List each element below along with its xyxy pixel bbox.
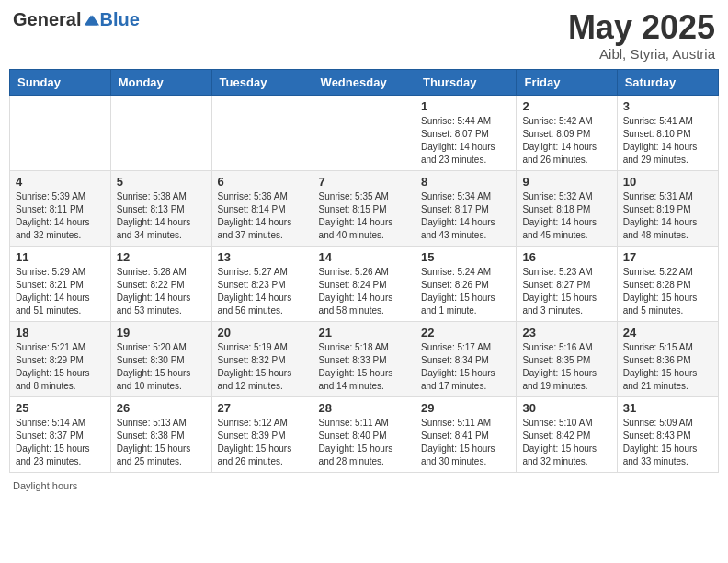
logo-general-text: General bbox=[13, 9, 81, 30]
day-info: Sunrise: 5:32 AM Sunset: 8:18 PM Dayligh… bbox=[522, 190, 610, 242]
table-row: 1Sunrise: 5:44 AM Sunset: 8:07 PM Daylig… bbox=[415, 95, 517, 170]
day-number: 5 bbox=[117, 175, 206, 189]
table-row: 5Sunrise: 5:38 AM Sunset: 8:13 PM Daylig… bbox=[110, 170, 211, 246]
day-number: 20 bbox=[218, 326, 307, 339]
calendar-week-row: 25Sunrise: 5:14 AM Sunset: 8:37 PM Dayli… bbox=[10, 396, 719, 472]
day-number: 13 bbox=[218, 250, 307, 264]
day-number: 29 bbox=[421, 401, 510, 415]
day-info: Sunrise: 5:42 AM Sunset: 8:09 PM Dayligh… bbox=[522, 115, 610, 167]
day-info: Sunrise: 5:27 AM Sunset: 8:23 PM Dayligh… bbox=[218, 266, 307, 317]
calendar-table: SundayMondayTuesdayWednesdayThursdayFrid… bbox=[9, 69, 719, 473]
table-row: 27Sunrise: 5:12 AM Sunset: 8:39 PM Dayli… bbox=[211, 396, 313, 472]
calendar-header-saturday: Saturday bbox=[617, 69, 718, 95]
table-row: 18Sunrise: 5:21 AM Sunset: 8:29 PM Dayli… bbox=[10, 321, 111, 396]
day-number: 10 bbox=[623, 175, 712, 189]
table-row: 15Sunrise: 5:24 AM Sunset: 8:26 PM Dayli… bbox=[415, 246, 517, 321]
day-number: 22 bbox=[421, 326, 510, 339]
table-row bbox=[211, 95, 313, 170]
table-row: 13Sunrise: 5:27 AM Sunset: 8:23 PM Dayli… bbox=[211, 246, 313, 321]
table-row: 22Sunrise: 5:17 AM Sunset: 8:34 PM Dayli… bbox=[415, 321, 517, 396]
table-row: 4Sunrise: 5:39 AM Sunset: 8:11 PM Daylig… bbox=[10, 170, 111, 246]
table-row: 28Sunrise: 5:11 AM Sunset: 8:40 PM Dayli… bbox=[313, 396, 415, 472]
table-row: 2Sunrise: 5:42 AM Sunset: 8:09 PM Daylig… bbox=[517, 95, 617, 170]
day-info: Sunrise: 5:19 AM Sunset: 8:32 PM Dayligh… bbox=[218, 341, 307, 393]
calendar-header-friday: Friday bbox=[517, 69, 617, 95]
day-info: Sunrise: 5:10 AM Sunset: 8:42 PM Dayligh… bbox=[522, 417, 610, 468]
day-info: Sunrise: 5:21 AM Sunset: 8:29 PM Dayligh… bbox=[16, 341, 105, 393]
table-row: 19Sunrise: 5:20 AM Sunset: 8:30 PM Dayli… bbox=[110, 321, 211, 396]
day-number: 21 bbox=[319, 326, 409, 339]
table-row: 10Sunrise: 5:31 AM Sunset: 8:19 PM Dayli… bbox=[617, 170, 718, 246]
calendar-week-row: 11Sunrise: 5:29 AM Sunset: 8:21 PM Dayli… bbox=[10, 246, 719, 321]
daylight-hours-label: Daylight hours bbox=[13, 480, 77, 491]
location-text: Aibl, Styria, Austria bbox=[568, 46, 715, 62]
day-info: Sunrise: 5:24 AM Sunset: 8:26 PM Dayligh… bbox=[421, 266, 510, 317]
table-row: 8Sunrise: 5:34 AM Sunset: 8:17 PM Daylig… bbox=[415, 170, 517, 246]
day-number: 31 bbox=[623, 401, 712, 415]
table-row: 3Sunrise: 5:41 AM Sunset: 8:10 PM Daylig… bbox=[617, 95, 718, 170]
table-row: 26Sunrise: 5:13 AM Sunset: 8:38 PM Dayli… bbox=[110, 396, 211, 472]
table-row bbox=[313, 95, 415, 170]
table-row: 11Sunrise: 5:29 AM Sunset: 8:21 PM Dayli… bbox=[10, 246, 111, 321]
day-number: 4 bbox=[16, 175, 105, 189]
calendar-header-wednesday: Wednesday bbox=[313, 69, 415, 95]
day-info: Sunrise: 5:20 AM Sunset: 8:30 PM Dayligh… bbox=[117, 341, 206, 393]
day-info: Sunrise: 5:09 AM Sunset: 8:43 PM Dayligh… bbox=[623, 417, 712, 468]
calendar-week-row: 18Sunrise: 5:21 AM Sunset: 8:29 PM Dayli… bbox=[10, 321, 719, 396]
table-row: 12Sunrise: 5:28 AM Sunset: 8:22 PM Dayli… bbox=[110, 246, 211, 321]
footer: Daylight hours bbox=[9, 480, 719, 491]
day-info: Sunrise: 5:38 AM Sunset: 8:13 PM Dayligh… bbox=[117, 190, 206, 242]
calendar-header-row: SundayMondayTuesdayWednesdayThursdayFrid… bbox=[10, 69, 719, 95]
table-row: 20Sunrise: 5:19 AM Sunset: 8:32 PM Dayli… bbox=[211, 321, 313, 396]
logo-icon bbox=[83, 12, 99, 29]
day-info: Sunrise: 5:16 AM Sunset: 8:35 PM Dayligh… bbox=[522, 341, 610, 393]
table-row: 30Sunrise: 5:10 AM Sunset: 8:42 PM Dayli… bbox=[517, 396, 617, 472]
day-info: Sunrise: 5:26 AM Sunset: 8:24 PM Dayligh… bbox=[319, 266, 409, 317]
day-number: 18 bbox=[16, 326, 105, 339]
day-number: 2 bbox=[522, 99, 610, 113]
table-row bbox=[110, 95, 211, 170]
day-info: Sunrise: 5:11 AM Sunset: 8:40 PM Dayligh… bbox=[319, 417, 409, 468]
table-row: 25Sunrise: 5:14 AM Sunset: 8:37 PM Dayli… bbox=[10, 396, 111, 472]
month-title: May 2025 bbox=[568, 9, 715, 46]
day-number: 8 bbox=[421, 175, 510, 189]
day-info: Sunrise: 5:34 AM Sunset: 8:17 PM Dayligh… bbox=[421, 190, 510, 242]
day-number: 23 bbox=[522, 326, 610, 339]
day-number: 27 bbox=[218, 401, 307, 415]
day-number: 24 bbox=[623, 326, 712, 339]
day-number: 1 bbox=[421, 99, 510, 113]
day-info: Sunrise: 5:18 AM Sunset: 8:33 PM Dayligh… bbox=[319, 341, 409, 393]
day-info: Sunrise: 5:36 AM Sunset: 8:14 PM Dayligh… bbox=[218, 190, 307, 242]
day-info: Sunrise: 5:17 AM Sunset: 8:34 PM Dayligh… bbox=[421, 341, 510, 393]
title-section: May 2025 Aibl, Styria, Austria bbox=[568, 9, 715, 62]
day-info: Sunrise: 5:35 AM Sunset: 8:15 PM Dayligh… bbox=[319, 190, 409, 242]
table-row: 7Sunrise: 5:35 AM Sunset: 8:15 PM Daylig… bbox=[313, 170, 415, 246]
calendar-week-row: 4Sunrise: 5:39 AM Sunset: 8:11 PM Daylig… bbox=[10, 170, 719, 246]
calendar-week-row: 1Sunrise: 5:44 AM Sunset: 8:07 PM Daylig… bbox=[10, 95, 719, 170]
table-row: 29Sunrise: 5:11 AM Sunset: 8:41 PM Dayli… bbox=[415, 396, 517, 472]
table-row: 14Sunrise: 5:26 AM Sunset: 8:24 PM Dayli… bbox=[313, 246, 415, 321]
table-row: 17Sunrise: 5:22 AM Sunset: 8:28 PM Dayli… bbox=[617, 246, 718, 321]
table-row: 9Sunrise: 5:32 AM Sunset: 8:18 PM Daylig… bbox=[517, 170, 617, 246]
day-number: 26 bbox=[117, 401, 206, 415]
day-info: Sunrise: 5:11 AM Sunset: 8:41 PM Dayligh… bbox=[421, 417, 510, 468]
day-number: 25 bbox=[16, 401, 105, 415]
day-info: Sunrise: 5:41 AM Sunset: 8:10 PM Dayligh… bbox=[623, 115, 712, 167]
day-number: 16 bbox=[522, 250, 610, 264]
day-number: 17 bbox=[623, 250, 712, 264]
day-info: Sunrise: 5:13 AM Sunset: 8:38 PM Dayligh… bbox=[117, 417, 206, 468]
day-info: Sunrise: 5:12 AM Sunset: 8:39 PM Dayligh… bbox=[218, 417, 307, 468]
day-number: 7 bbox=[319, 175, 409, 189]
day-info: Sunrise: 5:22 AM Sunset: 8:28 PM Dayligh… bbox=[623, 266, 712, 317]
day-number: 6 bbox=[218, 175, 307, 189]
day-info: Sunrise: 5:28 AM Sunset: 8:22 PM Dayligh… bbox=[117, 266, 206, 317]
day-info: Sunrise: 5:44 AM Sunset: 8:07 PM Dayligh… bbox=[421, 115, 510, 167]
day-number: 14 bbox=[319, 250, 409, 264]
day-number: 28 bbox=[319, 401, 409, 415]
day-number: 12 bbox=[117, 250, 206, 264]
day-info: Sunrise: 5:29 AM Sunset: 8:21 PM Dayligh… bbox=[16, 266, 105, 317]
day-number: 9 bbox=[522, 175, 610, 189]
calendar-header-thursday: Thursday bbox=[415, 69, 517, 95]
calendar-header-monday: Monday bbox=[110, 69, 211, 95]
day-number: 3 bbox=[623, 99, 712, 113]
